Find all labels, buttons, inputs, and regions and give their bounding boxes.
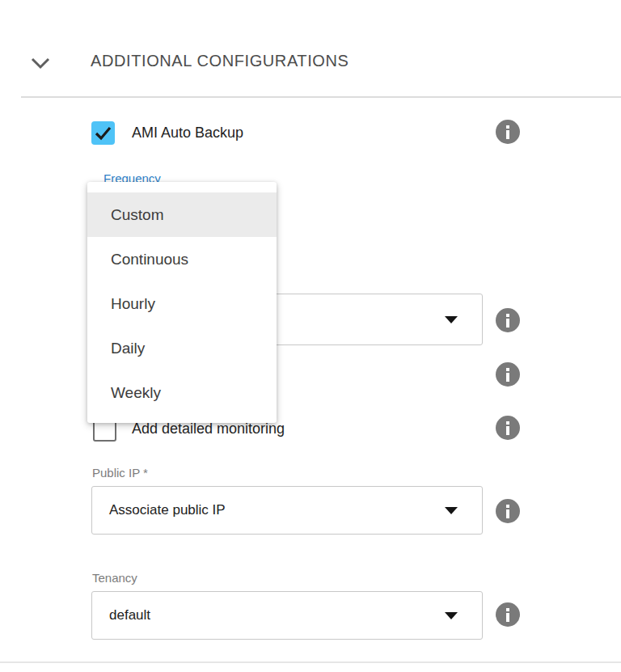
detailed-monitoring-label: Add detailed monitoring <box>132 421 285 437</box>
dropdown-option-hourly[interactable]: Hourly <box>87 281 277 326</box>
info-icon-dot <box>506 314 509 317</box>
public-ip-select-value: Associate public IP <box>109 502 226 518</box>
tenancy-field-label: Tenancy <box>92 571 137 585</box>
section-header: ADDITIONAL CONFIGURATIONS <box>0 49 621 78</box>
info-icon-bar <box>506 613 509 622</box>
dropdown-option-weekly[interactable]: Weekly <box>87 370 277 415</box>
dropdown-arrow-icon <box>445 612 458 619</box>
public-ip-field-label: Public IP * <box>92 466 148 480</box>
bottom-divider <box>0 661 621 663</box>
section-title: ADDITIONAL CONFIGURATIONS <box>91 52 349 70</box>
info-icon-bar <box>506 509 509 518</box>
dropdown-arrow-icon <box>445 316 458 323</box>
dropdown-option-daily[interactable]: Daily <box>87 326 277 370</box>
dropdown-option-continuous[interactable]: Continuous <box>87 237 277 281</box>
checkmark-icon <box>92 122 114 144</box>
frequency-dropdown-menu: Custom Continuous Hourly Daily Weekly <box>87 182 277 423</box>
info-icon-bar <box>506 373 509 382</box>
tenancy-select[interactable]: default <box>91 591 483 640</box>
info-icon[interactable] <box>496 120 520 144</box>
dropdown-arrow-icon <box>445 507 458 514</box>
info-icon-bar <box>506 130 509 139</box>
dropdown-option-custom[interactable]: Custom <box>87 192 277 237</box>
info-icon[interactable] <box>496 602 520 627</box>
tenancy-select-value: default <box>109 607 150 623</box>
info-icon[interactable] <box>496 499 520 523</box>
info-icon-dot <box>506 125 509 129</box>
public-ip-select[interactable]: Associate public IP <box>91 486 483 535</box>
info-icon[interactable] <box>496 416 520 440</box>
ami-auto-backup-label: AMI Auto Backup <box>132 125 243 142</box>
info-icon[interactable] <box>496 362 520 387</box>
info-icon-dot <box>506 368 509 371</box>
chevron-down-icon[interactable] <box>30 57 51 70</box>
header-divider <box>21 96 621 98</box>
info-icon-dot <box>506 421 509 425</box>
info-icon-dot <box>506 608 509 611</box>
info-icon-bar <box>506 319 509 328</box>
ami-auto-backup-checkbox[interactable] <box>91 121 115 145</box>
info-icon-dot <box>506 505 509 508</box>
additional-configurations-panel: ADDITIONAL CONFIGURATIONS AMI Auto Backu… <box>0 0 621 672</box>
info-icon[interactable] <box>496 308 520 332</box>
info-icon-bar <box>506 426 509 435</box>
